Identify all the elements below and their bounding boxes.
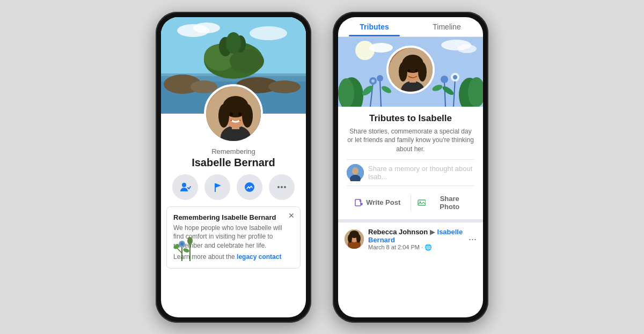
profile-name: Isabelle Bernard — [170, 157, 297, 169]
profile-info: Remembering Isabelle Bernard — [161, 143, 306, 174]
svg-point-3 — [250, 26, 287, 40]
right-phone-screen: Tributes Timeline — [338, 17, 483, 317]
notification-close-button[interactable]: ✕ — [288, 211, 295, 220]
tribute-header — [338, 37, 483, 107]
remembering-label: Remembering — [170, 147, 297, 155]
tribute-section: Tributes to Isabelle Share stories, comm… — [338, 107, 483, 219]
svg-point-35 — [180, 242, 184, 246]
svg-point-24 — [238, 112, 241, 116]
share-btn-divider — [411, 194, 411, 211]
post-feed: Rebecca Johnson ▶ Isabelle Bernard March… — [338, 219, 483, 317]
svg-point-22 — [242, 104, 253, 128]
share-placeholder[interactable]: Share a memory or thought about Isab... — [368, 165, 474, 181]
svg-point-68 — [418, 62, 427, 81]
svg-point-37 — [187, 237, 193, 244]
tab-tributes[interactable]: Tributes — [338, 17, 411, 36]
svg-point-57 — [453, 75, 457, 79]
action-buttons — [161, 174, 306, 204]
share-photo-button[interactable]: Share Photo — [413, 190, 475, 215]
tab-timeline[interactable]: Timeline — [411, 17, 483, 36]
svg-point-67 — [399, 62, 407, 81]
svg-point-41 — [369, 43, 393, 53]
svg-point-25 — [182, 183, 186, 187]
svg-point-30 — [284, 186, 286, 188]
svg-point-70 — [415, 69, 418, 72]
share-input-row: Share a memory or thought about Isab... — [347, 159, 474, 186]
svg-point-15 — [226, 32, 241, 54]
more-button[interactable] — [269, 174, 295, 200]
left-phone-screen: Remembering Isabelle Bernard — [161, 17, 306, 317]
profile-avatar-container — [161, 84, 306, 143]
post-avatar — [345, 229, 364, 249]
svg-point-27 — [245, 182, 254, 192]
svg-point-55 — [441, 76, 448, 83]
svg-point-23 — [230, 112, 233, 116]
share-actions: Write Post Share Photo — [347, 190, 474, 215]
svg-point-29 — [281, 186, 283, 188]
right-phone: Tributes Timeline — [333, 12, 488, 323]
post-header: Rebecca Johnson ▶ Isabelle Bernard March… — [345, 228, 477, 251]
left-phone: Remembering Isabelle Bernard — [156, 12, 311, 323]
svg-point-81 — [348, 234, 352, 243]
post-item: Rebecca Johnson ▶ Isabelle Bernard March… — [338, 222, 483, 259]
write-post-button[interactable]: Write Post — [347, 190, 408, 215]
post-meta: Rebecca Johnson ▶ Isabelle Bernard March… — [368, 228, 464, 251]
legacy-contact-link[interactable]: legacy contact — [237, 253, 281, 261]
svg-point-28 — [277, 186, 280, 188]
svg-point-72 — [352, 167, 358, 175]
scene: Remembering Isabelle Bernard — [0, 0, 644, 334]
notification-card: Remembering Isabelle Bernard We hope peo… — [166, 206, 301, 269]
svg-point-2 — [193, 23, 220, 33]
post-more-button[interactable]: ··· — [469, 234, 477, 245]
svg-point-43 — [457, 44, 477, 53]
post-time: March 8 at 2:04 PM · 🌐 — [368, 244, 464, 251]
svg-point-82 — [356, 234, 361, 243]
friends-button[interactable] — [172, 174, 198, 200]
svg-point-38 — [182, 247, 190, 253]
post-author: Rebecca Johnson ▶ Isabelle Bernard — [368, 228, 464, 244]
svg-point-21 — [218, 104, 229, 128]
flag-button[interactable] — [204, 174, 230, 200]
svg-point-52 — [371, 79, 375, 83]
svg-rect-75 — [418, 200, 425, 205]
messenger-button[interactable] — [237, 174, 262, 200]
tribute-avatar — [386, 46, 435, 94]
tribute-description: Share stories, commemorate a special day… — [347, 127, 474, 154]
svg-point-69 — [408, 69, 411, 72]
svg-rect-26 — [215, 183, 216, 192]
profile-avatar — [204, 84, 263, 143]
share-user-avatar — [347, 164, 364, 181]
svg-point-51 — [377, 75, 383, 81]
tribute-title: Tributes to Isabelle — [347, 113, 474, 124]
notification-title: Remembering Isabelle Bernard — [173, 213, 283, 221]
tab-bar: Tributes Timeline — [338, 17, 483, 37]
